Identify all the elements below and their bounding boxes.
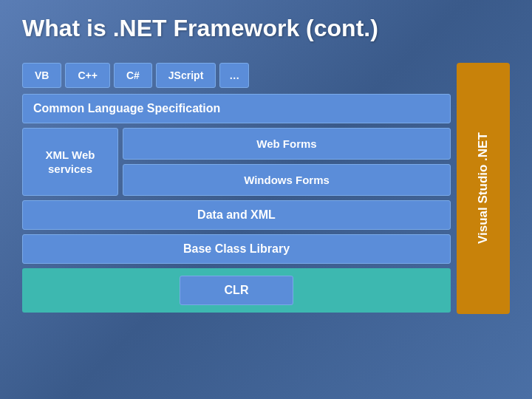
- windows-forms: Windows Forms: [123, 164, 451, 196]
- visual-studio-sidebar: Visual Studio .NET: [457, 63, 510, 314]
- lang-cpp: C++: [65, 63, 109, 88]
- xml-web-services: XML Webservices: [22, 128, 118, 196]
- clr-box: CLR: [180, 276, 294, 305]
- lang-vb: VB: [22, 63, 61, 88]
- slide: What is .NET Framework (cont.) VB C++ C#…: [0, 0, 532, 399]
- middle-section: XML Webservices Web Forms Windows Forms: [22, 128, 451, 196]
- left-panel: VB C++ C# JScript … Common Language Spec…: [22, 63, 451, 314]
- data-xml-bar: Data and XML: [22, 200, 451, 230]
- lang-dots: …: [219, 63, 249, 88]
- lang-csharp: C#: [114, 63, 152, 88]
- language-row: VB C++ C# JScript …: [22, 63, 451, 88]
- slide-title: What is .NET Framework (cont.): [22, 15, 510, 42]
- clr-section: CLR: [22, 268, 451, 313]
- forms-column: Web Forms Windows Forms: [123, 128, 451, 196]
- main-content: VB C++ C# JScript … Common Language Spec…: [22, 63, 510, 314]
- lang-jscript: JScript: [156, 63, 216, 88]
- web-forms: Web Forms: [123, 128, 451, 160]
- base-class-library-bar: Base Class Library: [22, 234, 451, 264]
- cls-bar: Common Language Specification: [22, 94, 451, 123]
